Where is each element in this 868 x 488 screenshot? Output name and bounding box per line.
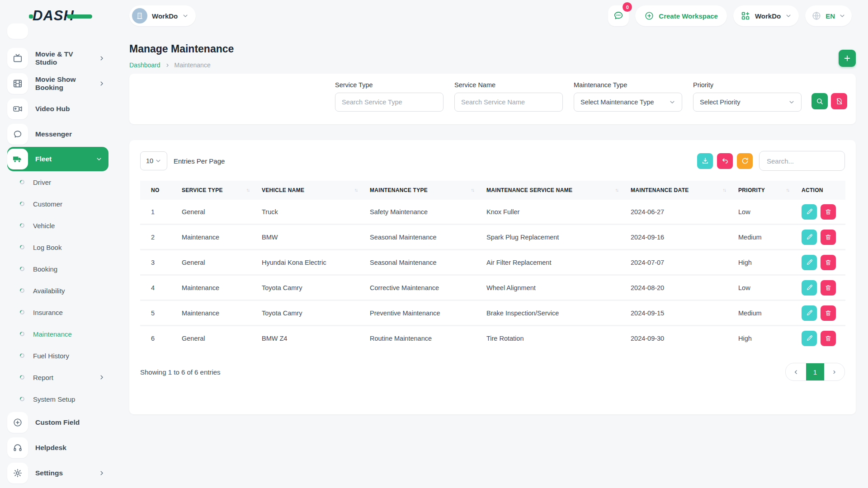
filter-search-button[interactable]	[811, 93, 828, 109]
delete-button[interactable]	[821, 204, 836, 220]
edit-button[interactable]	[802, 230, 817, 245]
trash-icon	[825, 259, 832, 266]
bullet-icon	[19, 266, 25, 272]
language-selector[interactable]: EN	[805, 5, 852, 26]
topbar-actions: 0 Create Workspace WorkDo EN	[608, 5, 852, 26]
messages-button[interactable]: 0	[608, 5, 629, 26]
sidebar-subitem-vehicle[interactable]: Vehicle	[7, 215, 118, 236]
filter-service-name: Service Name	[454, 81, 563, 112]
filter-reset-button[interactable]	[831, 93, 847, 109]
bullet-icon	[19, 287, 25, 294]
chevron-down-icon	[788, 99, 795, 105]
edit-button[interactable]	[802, 204, 817, 220]
chevron-right-icon	[99, 80, 105, 87]
bullet-icon	[19, 352, 25, 359]
workspace-name: WorkDo	[152, 12, 178, 20]
pencil-icon	[806, 208, 813, 216]
delete-button[interactable]	[821, 331, 836, 346]
maintenance-type-select[interactable]: Select Maintenance Type	[574, 93, 682, 112]
edit-button[interactable]	[802, 331, 817, 346]
sidebar-subitem-system-setup[interactable]: System Setup	[7, 388, 118, 410]
filter-maintenance-type: Maintenance Type Select Maintenance Type	[574, 81, 682, 112]
table-card: 10 Entries Per Page NOSERVICE TYPE↑↓VEHI…	[129, 140, 856, 414]
sidebar-item-fleet[interactable]: Fleet	[7, 147, 108, 171]
table-toolbar: 10 Entries Per Page	[140, 151, 845, 171]
sidebar-subitem-report[interactable]: Report	[7, 366, 118, 388]
chevron-down-icon	[96, 156, 102, 162]
edit-button[interactable]	[802, 255, 817, 270]
cell-action	[791, 326, 845, 351]
sidebar-item-movie-tv-studio[interactable]: Movie & TV Studio	[7, 46, 118, 71]
chevron-right-sm-icon	[832, 370, 837, 375]
sidebar-subitem-fuel-history[interactable]: Fuel History	[7, 345, 118, 366]
sidebar-subitem-customer[interactable]: Customer	[7, 193, 118, 215]
table-row: 2MaintenanceBMWSeasonal MaintenanceSpark…	[140, 225, 845, 250]
sidebar-subitem-label: Customer	[33, 200, 118, 208]
sidebar-item-movie-show-booking[interactable]: Movie Show Booking	[7, 71, 118, 96]
delete-button[interactable]	[821, 280, 836, 296]
messages-badge: 0	[623, 2, 632, 12]
column-header-vehicle-name[interactable]: VEHICLE NAME↑↓	[251, 181, 359, 200]
maintenance-type-label: Maintenance Type	[574, 81, 682, 89]
sidebar-item-settings[interactable]: Settings	[7, 460, 118, 486]
pagination-prev-button[interactable]	[786, 363, 806, 380]
sidebar-subitem-driver[interactable]: Driver	[7, 171, 118, 193]
sort-icon: ↑↓	[786, 187, 789, 192]
column-header-maintenance-service-name[interactable]: MAINTENANCE SERVICE NAME↑↓	[476, 181, 620, 200]
chevron-down-icon	[669, 99, 675, 105]
refresh-button[interactable]	[737, 153, 753, 169]
delete-button[interactable]	[821, 305, 836, 321]
cell-priority: Medium	[727, 300, 791, 326]
cell-priority: High	[727, 250, 791, 275]
column-header-service-type[interactable]: SERVICE TYPE↑↓	[171, 181, 251, 200]
pagination-page-1[interactable]: 1	[806, 363, 824, 380]
sidebar-item-messenger[interactable]: Messenger	[7, 122, 118, 147]
service-name-input[interactable]	[454, 93, 563, 112]
language-label: EN	[826, 12, 835, 20]
priority-select[interactable]: Select Priority	[693, 93, 802, 112]
delete-button[interactable]	[821, 230, 836, 245]
table-header-row: NOSERVICE TYPE↑↓VEHICLE NAME↑↓MAINTENANC…	[140, 181, 845, 200]
sidebar-subitem-maintenance[interactable]: Maintenance	[7, 323, 118, 345]
chevron-down-icon	[839, 13, 845, 19]
service-type-input[interactable]	[335, 93, 443, 112]
sidebar-item-label: Fleet	[35, 155, 89, 163]
cell-vehicle: Toyota Camry	[251, 300, 359, 326]
sidebar-subitem-insurance[interactable]: Insurance	[7, 301, 118, 323]
create-workspace-button[interactable]: Create Workspace	[635, 5, 727, 26]
export-button[interactable]	[697, 153, 713, 169]
edit-button[interactable]	[802, 305, 817, 321]
maintenance-table: NOSERVICE TYPE↑↓VEHICLE NAME↑↓MAINTENANC…	[140, 181, 845, 350]
breadcrumb-dashboard-link[interactable]: Dashboard	[129, 61, 160, 69]
sort-icon: ↑↓	[471, 187, 474, 192]
column-header-maintenance-type[interactable]: MAINTENANCE TYPE↑↓	[359, 181, 476, 200]
cell-service_name: Spark Plug Replacement	[476, 225, 620, 250]
table-search-input[interactable]	[759, 151, 845, 171]
edit-button[interactable]	[802, 280, 817, 296]
sidebar-item-label: Custom Field	[35, 418, 118, 427]
sidebar-item-video-hub[interactable]: Video Hub	[7, 96, 118, 122]
column-header-priority[interactable]: PRIORITY↑↓	[727, 181, 791, 200]
sidebar-subitem-log-book[interactable]: Log Book	[7, 236, 118, 258]
cell-service_type: General	[171, 250, 251, 275]
sort-icon: ↑↓	[615, 187, 618, 192]
sidebar-item-custom-field[interactable]: Custom Field	[7, 410, 118, 435]
table-body: 1GeneralTruckSafety MaintenanceKnox Full…	[140, 200, 845, 350]
sidebar-subitem-availability[interactable]: Availability	[7, 280, 118, 301]
sidebar-item-helpdesk[interactable]: Helpdesk	[7, 435, 118, 460]
workspace-switcher[interactable]: WorkDo	[129, 5, 196, 26]
chat-icon	[13, 129, 23, 139]
cell-no: 5	[140, 300, 171, 326]
pagination-next-button[interactable]	[824, 363, 844, 380]
column-header-maintenance-date[interactable]: MAINTENANCE DATE↑↓	[620, 181, 727, 200]
add-maintenance-button[interactable]	[839, 50, 856, 67]
undo-button[interactable]	[717, 153, 733, 169]
sidebar-subitem-booking[interactable]: Booking	[7, 258, 118, 280]
delete-button[interactable]	[821, 255, 836, 270]
chat-dots-icon	[613, 10, 624, 21]
workdo-menu[interactable]: WorkDo	[733, 5, 799, 26]
sidebar-subitem-label: System Setup	[33, 395, 118, 403]
entries-per-page-select[interactable]: 10	[140, 151, 167, 170]
cell-priority: High	[727, 326, 791, 351]
cell-no: 2	[140, 225, 171, 250]
